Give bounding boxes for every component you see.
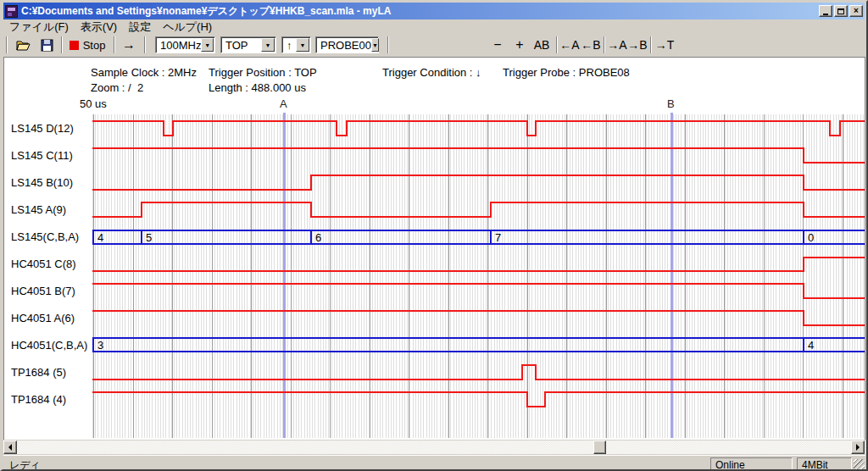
status-memory-badge: 4MBit [797,457,852,471]
waveform-segment [803,216,865,218]
bus-top-line [92,230,865,231]
marker-line-b[interactable] [670,113,673,438]
waveform-edge [172,120,174,136]
gridline-major [487,114,488,438]
gridline-major [93,114,94,438]
scroll-right-icon [856,444,863,451]
status-online-badge: Online [710,457,793,471]
waveform-edge [803,257,804,272]
waveform-segment [803,324,865,326]
resize-grip-icon[interactable] [854,459,865,470]
waveform-edge [310,175,312,191]
fine-gridlines [92,114,865,438]
waveform-segment [92,391,526,393]
application-window: C:¥Documents and Settings¥noname¥デスクトップ¥… [0,0,868,471]
waveform-edge [544,391,546,407]
waveform-segment [839,120,865,122]
waveform-segment [803,297,865,299]
waveform-edge [490,202,492,218]
gridline-major [527,114,528,438]
waveform-segment [346,120,526,122]
scroll-left-button[interactable] [3,441,17,454]
waveform-segment [92,310,803,312]
marker-label-b: B [667,97,675,110]
waveform-segment [803,257,865,258]
waveform-segment [535,379,865,380]
waveform-segment [141,202,310,203]
gridline-major [133,114,134,438]
waveform-segment [92,120,163,122]
bus-transition [310,230,312,245]
channel-label: LS145 B(10) [11,176,73,189]
waveform-segment [544,391,865,393]
gridline-major [291,114,292,438]
channel-label: HC4051 C(8) [11,258,76,270]
waveform-segment [310,216,490,218]
bus-top-line [92,337,865,339]
scroll-right-button[interactable] [851,441,865,454]
bus-bottom-line [92,243,865,245]
gridline-major [212,114,213,438]
channel-label: HC4051 B(7) [11,285,75,297]
waveform-segment [521,364,535,366]
status-bar: レディ Online 4MBit [3,455,865,471]
waveform-segment [92,379,521,380]
channel-label: TP1684 (4) [11,393,66,406]
waveform-edge [535,120,537,136]
gridline-major [251,114,252,438]
scroll-left-icon [5,444,12,451]
gridline-major [409,114,409,438]
channel-label: TP1684 (5) [11,366,66,379]
channel-label: HC4051 A(6) [11,312,75,324]
bus-transition [803,337,804,352]
bus-value: 4 [808,339,814,352]
bus-value: 3 [97,339,103,352]
gridline-major [172,114,173,438]
waveform-segment [829,135,839,136]
waveform-segment [310,175,803,176]
bus-value: 7 [495,231,501,244]
channel-label: HC4051(C,B,A) [11,339,87,352]
bus-value: 6 [315,231,321,244]
bus-transition [141,230,142,245]
waveform-segment [92,216,141,218]
gridline-major [448,114,449,438]
horizontal-scrollbar[interactable] [3,440,865,454]
waveform-segment [526,135,535,136]
waveform-segment [92,270,803,272]
gridline-major [685,114,686,438]
channel-label: LS145 C(11) [11,149,73,162]
waveform-segment [92,189,310,191]
bus-edge [92,230,94,245]
gridline-major [645,114,646,438]
marker-label-a: A [280,97,287,110]
waveform-segment [92,283,803,285]
waveform-segment [526,406,544,407]
bus-value: 4 [97,231,103,244]
gridline-major [330,114,331,438]
marker-line-a[interactable] [283,113,286,438]
waveform-segment [535,120,829,122]
waveform-segment [803,162,865,163]
gridline-major [606,114,607,438]
gridline-major [724,114,725,438]
bus-transition [803,230,804,245]
channel-label: LS145 D(12) [11,122,74,135]
waveform-layer[interactable]: ABLS145 D(12)LS145 C(11)LS145 B(10)LS145… [3,2,868,471]
waveform-segment [490,202,803,203]
waveform-edge [346,120,348,136]
waveform-segment [172,120,336,122]
status-ready-text: レディ [9,458,41,471]
scrollbar-thumb[interactable] [593,441,606,454]
waveform-edge [521,364,523,380]
waveform-segment [163,135,172,136]
bus-edge [92,337,94,352]
gridline-major [370,114,370,438]
waveform-segment [92,147,803,149]
bus-bottom-line [92,351,865,352]
bus-transition [490,230,492,245]
bus-value: 5 [146,231,152,244]
waveform-segment [336,135,346,136]
channel-label: LS145 A(9) [11,203,66,216]
waveform-segment [803,189,865,191]
